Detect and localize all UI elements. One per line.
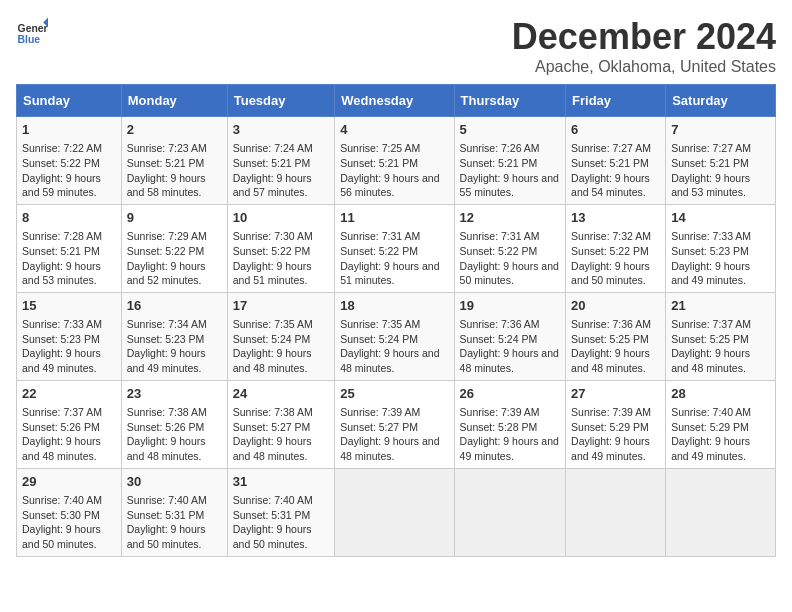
sunset-text: Sunset: 5:29 PM [671,421,749,433]
calendar-cell: 8Sunrise: 7:28 AMSunset: 5:21 PMDaylight… [17,204,122,292]
sunset-text: Sunset: 5:22 PM [233,245,311,257]
header-day-wednesday: Wednesday [335,85,454,117]
daylight-text: Daylight: 9 hours and 51 minutes. [340,260,439,287]
svg-text:Blue: Blue [18,34,41,45]
sunrise-text: Sunrise: 7:22 AM [22,142,102,154]
sunset-text: Sunset: 5:24 PM [460,333,538,345]
sunset-text: Sunset: 5:26 PM [127,421,205,433]
day-number: 23 [127,385,222,403]
sunrise-text: Sunrise: 7:31 AM [460,230,540,242]
daylight-text: Daylight: 9 hours and 48 minutes. [22,435,101,462]
daylight-text: Daylight: 9 hours and 49 minutes. [127,347,206,374]
daylight-text: Daylight: 9 hours and 53 minutes. [671,172,750,199]
sunset-text: Sunset: 5:28 PM [460,421,538,433]
calendar-cell: 11Sunrise: 7:31 AMSunset: 5:22 PMDayligh… [335,204,454,292]
daylight-text: Daylight: 9 hours and 50 minutes. [127,523,206,550]
header-day-friday: Friday [566,85,666,117]
sunset-text: Sunset: 5:21 PM [571,157,649,169]
calendar-cell [454,468,565,556]
day-number: 6 [571,121,660,139]
sunrise-text: Sunrise: 7:35 AM [233,318,313,330]
day-number: 24 [233,385,330,403]
sunrise-text: Sunrise: 7:32 AM [571,230,651,242]
day-number: 30 [127,473,222,491]
sunrise-text: Sunrise: 7:35 AM [340,318,420,330]
header-area: General Blue December 2024 Apache, Oklah… [16,16,776,76]
main-title: December 2024 [512,16,776,58]
daylight-text: Daylight: 9 hours and 54 minutes. [571,172,650,199]
day-number: 17 [233,297,330,315]
daylight-text: Daylight: 9 hours and 48 minutes. [233,347,312,374]
sunrise-text: Sunrise: 7:27 AM [571,142,651,154]
sunset-text: Sunset: 5:25 PM [571,333,649,345]
sunset-text: Sunset: 5:22 PM [460,245,538,257]
daylight-text: Daylight: 9 hours and 58 minutes. [127,172,206,199]
sunset-text: Sunset: 5:30 PM [22,509,100,521]
sub-title: Apache, Oklahoma, United States [512,58,776,76]
day-number: 18 [340,297,448,315]
sunset-text: Sunset: 5:22 PM [127,245,205,257]
day-number: 11 [340,209,448,227]
header-day-tuesday: Tuesday [227,85,335,117]
sunset-text: Sunset: 5:27 PM [233,421,311,433]
sunset-text: Sunset: 5:23 PM [127,333,205,345]
sunrise-text: Sunrise: 7:27 AM [671,142,751,154]
week-row-2: 8Sunrise: 7:28 AMSunset: 5:21 PMDaylight… [17,204,776,292]
daylight-text: Daylight: 9 hours and 48 minutes. [340,435,439,462]
sunrise-text: Sunrise: 7:34 AM [127,318,207,330]
header-day-thursday: Thursday [454,85,565,117]
sunrise-text: Sunrise: 7:39 AM [460,406,540,418]
title-area: December 2024 Apache, Oklahoma, United S… [512,16,776,76]
sunrise-text: Sunrise: 7:40 AM [22,494,102,506]
calendar-cell [566,468,666,556]
day-number: 2 [127,121,222,139]
sunrise-text: Sunrise: 7:37 AM [671,318,751,330]
day-number: 10 [233,209,330,227]
daylight-text: Daylight: 9 hours and 48 minutes. [671,347,750,374]
sunrise-text: Sunrise: 7:38 AM [127,406,207,418]
daylight-text: Daylight: 9 hours and 50 minutes. [571,260,650,287]
day-number: 27 [571,385,660,403]
calendar-cell [335,468,454,556]
calendar-cell: 27Sunrise: 7:39 AMSunset: 5:29 PMDayligh… [566,380,666,468]
sunrise-text: Sunrise: 7:39 AM [340,406,420,418]
daylight-text: Daylight: 9 hours and 56 minutes. [340,172,439,199]
sunrise-text: Sunrise: 7:24 AM [233,142,313,154]
daylight-text: Daylight: 9 hours and 49 minutes. [671,435,750,462]
daylight-text: Daylight: 9 hours and 51 minutes. [233,260,312,287]
sunset-text: Sunset: 5:21 PM [127,157,205,169]
sunset-text: Sunset: 5:24 PM [233,333,311,345]
calendar-cell: 17Sunrise: 7:35 AMSunset: 5:24 PMDayligh… [227,292,335,380]
sunset-text: Sunset: 5:23 PM [671,245,749,257]
daylight-text: Daylight: 9 hours and 57 minutes. [233,172,312,199]
daylight-text: Daylight: 9 hours and 48 minutes. [340,347,439,374]
sunrise-text: Sunrise: 7:40 AM [127,494,207,506]
calendar-cell: 1Sunrise: 7:22 AMSunset: 5:22 PMDaylight… [17,117,122,205]
sunset-text: Sunset: 5:22 PM [340,245,418,257]
week-row-5: 29Sunrise: 7:40 AMSunset: 5:30 PMDayligh… [17,468,776,556]
week-row-1: 1Sunrise: 7:22 AMSunset: 5:22 PMDaylight… [17,117,776,205]
sunrise-text: Sunrise: 7:38 AM [233,406,313,418]
logo-icon: General Blue [16,16,48,48]
calendar-cell: 9Sunrise: 7:29 AMSunset: 5:22 PMDaylight… [121,204,227,292]
day-number: 16 [127,297,222,315]
calendar-cell: 16Sunrise: 7:34 AMSunset: 5:23 PMDayligh… [121,292,227,380]
sunrise-text: Sunrise: 7:23 AM [127,142,207,154]
header-day-saturday: Saturday [666,85,776,117]
day-number: 19 [460,297,560,315]
sunset-text: Sunset: 5:31 PM [233,509,311,521]
sunset-text: Sunset: 5:23 PM [22,333,100,345]
day-number: 12 [460,209,560,227]
calendar-cell: 10Sunrise: 7:30 AMSunset: 5:22 PMDayligh… [227,204,335,292]
day-number: 4 [340,121,448,139]
daylight-text: Daylight: 9 hours and 49 minutes. [571,435,650,462]
sunset-text: Sunset: 5:21 PM [340,157,418,169]
day-number: 13 [571,209,660,227]
sunset-text: Sunset: 5:27 PM [340,421,418,433]
header-day-sunday: Sunday [17,85,122,117]
calendar-cell: 5Sunrise: 7:26 AMSunset: 5:21 PMDaylight… [454,117,565,205]
calendar-cell: 12Sunrise: 7:31 AMSunset: 5:22 PMDayligh… [454,204,565,292]
daylight-text: Daylight: 9 hours and 49 minutes. [460,435,559,462]
calendar-table: SundayMondayTuesdayWednesdayThursdayFrid… [16,84,776,557]
sunrise-text: Sunrise: 7:36 AM [571,318,651,330]
